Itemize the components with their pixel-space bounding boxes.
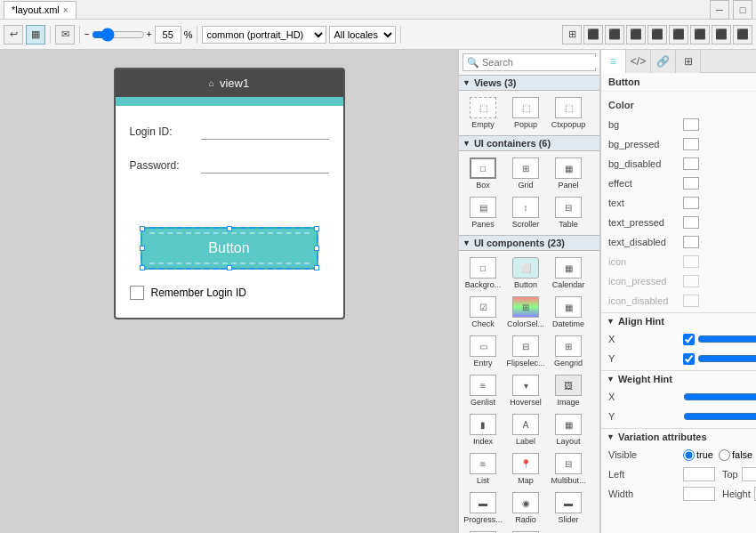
comp-slider[interactable]: ▬ Slider xyxy=(548,489,589,527)
zoom-range[interactable] xyxy=(92,28,145,42)
props-tab-signals[interactable]: 🔗 xyxy=(651,50,676,73)
align-middle-btn[interactable]: ⬛ xyxy=(669,25,688,44)
grid-view-btn[interactable]: ⊞ xyxy=(562,25,582,44)
props-tab-properties[interactable]: ≡ xyxy=(601,50,626,73)
comp-toolbar[interactable]: ▬ Toolbar xyxy=(505,529,546,533)
comp-grid[interactable]: ⊞ Grid xyxy=(505,155,546,192)
text-color[interactable] xyxy=(683,197,699,209)
props-tab-xml[interactable]: </> xyxy=(626,50,651,73)
all-locales-select[interactable]: All locales xyxy=(329,26,396,44)
icon-color[interactable] xyxy=(683,255,699,268)
distribute-h-btn[interactable]: ⬛ xyxy=(712,25,731,44)
comp-calendar[interactable]: ▦ Calendar xyxy=(548,254,589,292)
zoom-slider[interactable]: − + xyxy=(84,28,152,42)
comp-empty[interactable]: ⬚ Empty xyxy=(462,94,503,132)
login-input[interactable] xyxy=(201,124,329,140)
comp-list[interactable]: ≡ List xyxy=(462,450,503,488)
views-section-header[interactable]: ▼ Views (3) xyxy=(459,75,599,91)
containers-content: □ Box ⊞ Grid ▦ Panel ▤ Panes ↕ Scrolle xyxy=(459,151,599,235)
comp-colorsel[interactable]: ⊞ ColorSel... xyxy=(505,294,546,331)
distribute-v-btn[interactable]: ⬛ xyxy=(733,25,752,44)
comp-flipselec[interactable]: ⊟ Flipselec... xyxy=(505,333,546,370)
comp-check[interactable]: ☑ Check xyxy=(462,294,503,331)
align-hint-header[interactable]: ▼ Align Hint xyxy=(601,312,756,329)
locale-select[interactable]: common (portrait_HD) xyxy=(202,26,326,44)
variation-header[interactable]: ▼ Variation attributes xyxy=(601,428,756,445)
search-bar[interactable]: 🔍 ▶ xyxy=(462,53,596,71)
align-x-row: X fill xyxy=(601,329,756,349)
align-y-checkbox[interactable] xyxy=(683,353,695,365)
comp-table[interactable]: ⊟ Table xyxy=(548,194,589,231)
top-input[interactable]: 753 xyxy=(742,467,756,481)
left-input[interactable]: 163 xyxy=(683,467,715,481)
remember-checkbox[interactable] xyxy=(130,286,144,300)
ui-containers-section-header[interactable]: ▼ UI containers (6) xyxy=(459,135,599,151)
visible-false-label[interactable]: false xyxy=(719,449,752,461)
text-pressed-color[interactable] xyxy=(683,216,699,229)
maximize-btn[interactable]: □ xyxy=(733,0,752,20)
icon-pressed-color[interactable] xyxy=(683,275,699,287)
comp-box[interactable]: □ Box xyxy=(462,155,503,192)
width-input[interactable]: 703 xyxy=(683,487,715,501)
comp-index[interactable]: ▮ Index xyxy=(462,411,503,448)
comp-button[interactable]: ⬜ Button xyxy=(505,254,546,292)
multibut-label: Multibut... xyxy=(551,476,585,485)
icon-disabled-color[interactable] xyxy=(683,295,699,307)
bg-disabled-color[interactable] xyxy=(683,157,699,170)
file-tab[interactable]: *layout.xml × xyxy=(4,1,76,19)
props-scroll[interactable]: Color bg bg_pressed bg_disabled effect xyxy=(601,92,756,533)
components-scroll[interactable]: ▼ Views (3) ⬚ Empty ⬚ Popup ⬚ Ctxpopup xyxy=(459,75,599,533)
align-x-checkbox[interactable] xyxy=(683,334,695,345)
comp-map[interactable]: 📍 Map xyxy=(505,450,546,488)
comp-panel[interactable]: ▦ Panel xyxy=(548,155,589,192)
effect-color[interactable] xyxy=(683,177,699,190)
align-top-btn[interactable]: ⬛ xyxy=(647,25,667,44)
comp-background[interactable]: □ Backgro... xyxy=(462,254,503,292)
button-top-dots xyxy=(149,232,310,234)
canvas-area[interactable]: ⌂ view1 Login ID: Password: Button xyxy=(0,50,458,533)
bg-color[interactable] xyxy=(683,118,699,131)
comp-radio[interactable]: ◉ Radio xyxy=(505,489,546,527)
comp-genlist[interactable]: ≡ Genlist xyxy=(462,372,503,409)
ui-components-section-header[interactable]: ▼ UI components (23) xyxy=(459,235,599,251)
email-btn[interactable]: ✉ xyxy=(55,25,75,44)
visible-true-label[interactable]: true xyxy=(683,449,713,461)
comp-spinner[interactable]: <> Spinner xyxy=(462,529,503,533)
phone-button[interactable]: Button xyxy=(141,227,318,270)
comp-popup[interactable]: ⬚ Popup xyxy=(505,94,546,132)
comp-gengrid[interactable]: ⊞ Gengrid xyxy=(548,333,589,370)
align-y-range[interactable] xyxy=(697,352,756,365)
undo-btn[interactable]: ↩ xyxy=(4,25,23,44)
tab-close-icon[interactable]: × xyxy=(63,5,68,15)
comp-layout[interactable]: ▦ Layout xyxy=(548,411,589,448)
comp-multibut[interactable]: ⊟ Multibut... xyxy=(548,450,589,488)
align-center-btn[interactable]: ⬛ xyxy=(605,25,624,44)
comp-hoversel[interactable]: ▾ Hoversel xyxy=(505,372,546,409)
visible-true-radio[interactable] xyxy=(683,449,695,461)
align-x-range[interactable] xyxy=(697,333,756,345)
view-btn[interactable]: ▦ xyxy=(26,25,45,44)
comp-panes[interactable]: ▤ Panes xyxy=(462,194,503,231)
weight-y-range[interactable] xyxy=(683,410,756,423)
bg-label: bg xyxy=(608,119,680,130)
comp-label[interactable]: A Label xyxy=(505,411,546,448)
zoom-input[interactable]: 55 xyxy=(155,26,181,44)
visible-false-radio[interactable] xyxy=(719,449,730,461)
password-input[interactable] xyxy=(201,157,329,174)
search-input[interactable] xyxy=(482,57,600,68)
bg-pressed-color[interactable] xyxy=(683,138,699,150)
minimize-btn[interactable]: ─ xyxy=(710,0,729,20)
weight-x-range[interactable] xyxy=(683,391,756,403)
comp-scroller[interactable]: ↕ Scroller xyxy=(505,194,546,231)
comp-datetime[interactable]: ▦ Datetime xyxy=(548,294,589,331)
align-left-btn[interactable]: ⬛ xyxy=(583,25,603,44)
comp-ctxpopup[interactable]: ⬚ Ctxpopup xyxy=(548,94,589,132)
comp-image[interactable]: 🖼 Image xyxy=(548,372,589,409)
align-bottom-btn[interactable]: ⬛ xyxy=(690,25,710,44)
comp-entry[interactable]: ▭ Entry xyxy=(462,333,503,370)
comp-progress[interactable]: ▬ Progress... xyxy=(462,489,503,527)
weight-hint-header[interactable]: ▼ Weight Hint xyxy=(601,370,756,387)
text-disabled-color[interactable] xyxy=(683,236,699,248)
align-right-btn[interactable]: ⬛ xyxy=(626,25,646,44)
props-tab-scripts[interactable]: ⊞ xyxy=(676,50,701,73)
